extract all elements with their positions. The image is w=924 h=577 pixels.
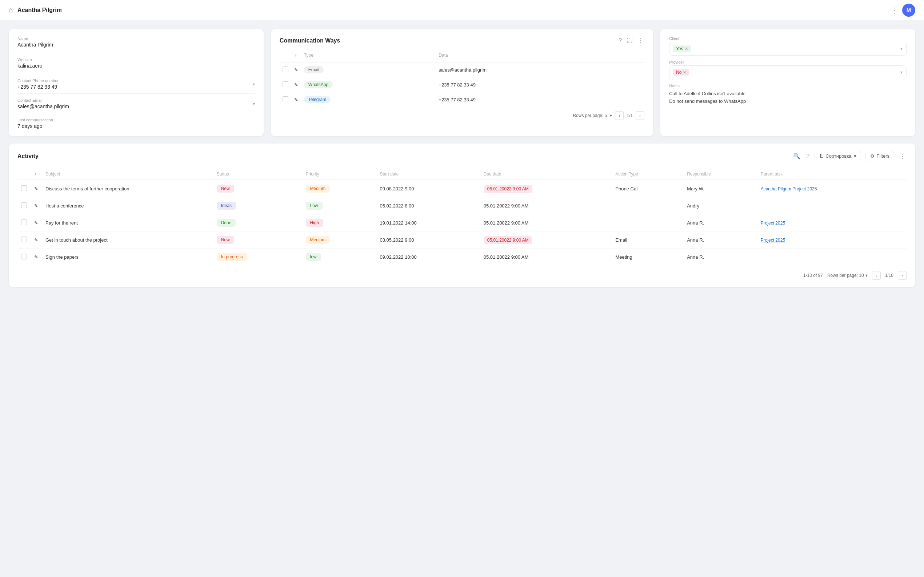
page-title: Acantha Pilgrim: [18, 7, 62, 13]
responsible: Anna R.: [683, 214, 757, 232]
comm-checkbox[interactable]: [279, 63, 291, 77]
chevron-down-icon[interactable]: ▾: [610, 113, 612, 118]
parent-task: [757, 248, 906, 266]
sort-button[interactable]: ⇅ Сортировка ▾: [814, 151, 861, 161]
field-phone: Contact Phone number +235 77 82 33 49 ▾: [18, 79, 255, 94]
row-edit-icon[interactable]: ✎: [31, 214, 42, 232]
activity-card: Activity 🔍 ? ⇅ Сортировка ▾ ⚙ Filters ⋮: [9, 143, 915, 287]
comm-more-icon[interactable]: ⋮: [637, 36, 645, 45]
start-date: 03.05.2022 9:00: [376, 232, 480, 248]
due-date: 05.01.20022 9:00 AM: [480, 214, 612, 232]
row-checkbox[interactable]: [18, 214, 31, 232]
comm-edit-icon[interactable]: ✎: [291, 92, 301, 107]
next-page-button[interactable]: ›: [636, 111, 645, 120]
row-checkbox[interactable]: [18, 197, 31, 214]
comm-type: Telegram: [301, 92, 436, 107]
table-footer: 1-10 of 97 Rows per page: 10 ▾ ‹ 1/10 ›: [18, 271, 906, 280]
responsible: Mary W.: [683, 180, 757, 197]
provider-tag-remove[interactable]: ✕: [683, 70, 686, 75]
subject: Discuss the terms of further cooperation: [42, 180, 213, 197]
filter-icon: ⚙: [870, 153, 874, 159]
status: Ideas: [213, 197, 302, 214]
home-icon[interactable]: ⌂: [9, 6, 13, 14]
row-checkbox[interactable]: [18, 248, 31, 266]
filter-button[interactable]: ⚙ Filters: [866, 151, 894, 161]
client-chevron-icon[interactable]: ▾: [900, 46, 903, 51]
help-icon[interactable]: ?: [618, 37, 622, 45]
activity-prev-page-button[interactable]: ‹: [872, 271, 881, 280]
expand-icon[interactable]: ⛶: [626, 37, 633, 45]
row-edit-icon[interactable]: ✎: [31, 248, 42, 266]
activity-table-row: ✎ Host a conference Ideas Low 05.02.2022…: [18, 197, 906, 214]
activity-pagination-info: 1/10: [885, 273, 893, 278]
parent-task[interactable]: Project 2025: [757, 232, 906, 248]
provider-chevron-icon[interactable]: ▾: [900, 70, 903, 75]
client-tag-remove[interactable]: ✕: [685, 47, 688, 51]
email-chevron-icon[interactable]: ▾: [253, 102, 255, 106]
col-priority: Priority: [302, 169, 376, 180]
action-type: Meeting: [612, 248, 683, 266]
prev-page-button[interactable]: ‹: [615, 111, 624, 120]
comm-checkbox[interactable]: [279, 77, 291, 92]
due-date: 05.01.20022 9:00 AM: [480, 232, 612, 248]
pagination-info: 1/1: [627, 113, 633, 118]
add-comm-icon[interactable]: +: [294, 52, 297, 58]
start-date: 09.02.2022 10:00: [376, 248, 480, 266]
notes-section: Notes Call to Adelle if Collins isn't av…: [669, 84, 906, 105]
comm-card-header: Communication Ways ? ⛶ ⋮: [279, 36, 645, 45]
count-label: 1-10 of 97: [803, 273, 823, 278]
main-content: Name Acantha Pilgrim Website kalina.aero…: [0, 20, 924, 296]
parent-task[interactable]: Project 2025: [757, 214, 906, 232]
row-checkbox[interactable]: [18, 180, 31, 197]
comm-card-title: Communication Ways: [279, 37, 340, 44]
provider-tag-row: No ✕ ▾: [669, 65, 906, 79]
action-type: [612, 197, 683, 214]
priority: Low: [302, 197, 376, 214]
status: Done: [213, 214, 302, 232]
priority: low: [302, 248, 376, 266]
add-activity-icon[interactable]: +: [34, 171, 37, 177]
rows-per-page-label: Rows per page: 5: [573, 113, 607, 118]
action-type: Email: [612, 232, 683, 248]
client-tag-row: Yes ✕ ▾: [669, 42, 906, 56]
comm-data: +235 77 82 33 49: [436, 92, 645, 107]
comm-table-row: ✎ Email sales@acantha.pilgrim: [279, 63, 645, 77]
col-status: Status: [213, 169, 302, 180]
phone-chevron-icon[interactable]: ▾: [253, 82, 255, 87]
topnav-left: ⌂ Acantha Pilgrim: [9, 6, 62, 14]
contact-card: Name Acantha Pilgrim Website kalina.aero…: [9, 29, 263, 136]
rows-per-page-chevron-icon[interactable]: ▾: [866, 273, 867, 278]
row-edit-icon[interactable]: ✎: [31, 232, 42, 248]
comm-edit-icon[interactable]: ✎: [291, 63, 301, 77]
row-edit-icon[interactable]: ✎: [31, 197, 42, 214]
activity-title: Activity: [18, 153, 39, 160]
more-options-icon[interactable]: ⋮: [890, 6, 898, 15]
activity-header-right: 🔍 ? ⇅ Сортировка ▾ ⚙ Filters ⋮: [792, 151, 906, 161]
comm-table-row: ✎ Telegram +235 77 82 33 49: [279, 92, 645, 107]
status: New: [213, 232, 302, 248]
start-date: 19.01.2022 14:00: [376, 214, 480, 232]
help-activity-icon[interactable]: ?: [806, 152, 810, 160]
responsible: Anna R.: [683, 232, 757, 248]
parent-task[interactable]: Acantha Pilgrim Project 2025: [757, 180, 906, 197]
avatar[interactable]: M: [902, 4, 915, 17]
comm-header-icons: ? ⛶ ⋮: [618, 36, 645, 45]
comm-pagination: Rows per page: 5 ▾ ‹ 1/1 ›: [279, 111, 645, 120]
due-date: 05.01.20022 9:00 AM: [480, 248, 612, 266]
sort-icon: ⇅: [819, 153, 823, 159]
row-checkbox[interactable]: [18, 232, 31, 248]
row-edit-icon[interactable]: ✎: [31, 180, 42, 197]
action-type: Phone Call: [612, 180, 683, 197]
search-button[interactable]: 🔍: [792, 152, 801, 160]
top-row: Name Acantha Pilgrim Website kalina.aero…: [9, 29, 915, 136]
activity-table-row: ✎ Discuss the terms of further cooperati…: [18, 180, 906, 197]
sort-chevron-icon: ▾: [854, 153, 856, 159]
activity-next-page-button[interactable]: ›: [898, 271, 906, 280]
rows-per-page-select[interactable]: Rows per page: 10 ▾: [827, 273, 867, 278]
field-website: Website kalina.aero: [18, 57, 255, 69]
col-parent-task: Parent task: [757, 169, 906, 180]
activity-more-icon[interactable]: ⋮: [898, 152, 906, 161]
priority: Medium: [302, 180, 376, 197]
comm-edit-icon[interactable]: ✎: [291, 77, 301, 92]
comm-checkbox[interactable]: [279, 92, 291, 107]
